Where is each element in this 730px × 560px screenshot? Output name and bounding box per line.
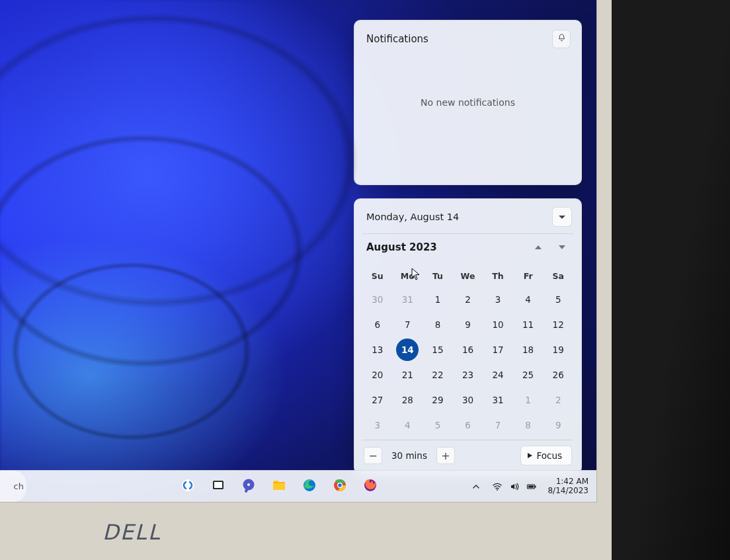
divider [362,440,573,440]
calendar-day[interactable]: 3 [366,414,389,436]
calendar-weekday-header: Tu [423,267,453,286]
wifi-icon [492,481,503,492]
calendar-day[interactable]: 3 [487,288,509,311]
calendar-weekday-header: Su [362,267,393,286]
svg-point-4 [247,483,250,486]
bell-settings-icon [557,33,567,46]
chat-icon [241,477,257,496]
tray-overflow-button[interactable] [471,481,481,492]
svg-rect-2 [214,482,222,488]
focus-duration-stepper: − 30 mins + [364,447,455,464]
calendar-day[interactable]: 5 [547,288,569,311]
calendar-day[interactable]: 2 [456,288,479,311]
taskbar-chat-button[interactable] [236,474,261,499]
focus-start-button[interactable]: Focus [520,446,572,465]
calendar-day[interactable]: 13 [366,339,389,361]
calendar-day[interactable]: 7 [487,414,509,436]
taskbar-edge-button[interactable] [297,474,322,499]
calendar-next-month-button[interactable] [552,238,572,257]
svg-point-3 [243,479,255,490]
calendar-day[interactable]: 1 [426,288,449,311]
notifications-panel: Notifications No new notifications [354,20,582,185]
photo-background: DELL Notifications N [0,0,730,560]
calendar-day-selected[interactable]: 14 [396,339,419,361]
svg-rect-1 [213,481,223,489]
tray-clock[interactable]: 1:42 AM 8/14/2023 [548,477,591,496]
desktop-screen: Notifications No new notifications [0,0,597,502]
calendar-day[interactable]: 22 [426,364,449,386]
calendar-day[interactable]: 29 [426,389,449,411]
svg-point-9 [364,479,376,491]
calendar-day[interactable]: 8 [426,313,449,336]
calendar-day[interactable]: 20 [366,364,389,386]
copilot-icon [180,477,196,496]
calendar-day[interactable]: 9 [547,414,569,436]
calendar-day[interactable]: 9 [456,313,479,336]
calendar-day[interactable]: 12 [547,313,569,336]
focus-button-label: Focus [536,450,562,461]
taskview-icon [210,477,226,496]
focus-duration-label: 30 mins [391,450,427,461]
firefox-icon [362,477,378,496]
taskbar: ch [0,470,596,502]
calendar-day[interactable]: 28 [396,389,419,411]
volume-icon [509,481,520,492]
calendar-day[interactable]: 21 [396,364,419,386]
svg-rect-13 [528,485,534,487]
tray-quick-settings[interactable] [488,481,541,492]
monitor-bezel: DELL Notifications N [0,0,612,560]
calendar-day[interactable]: 24 [487,364,509,386]
calendar-prev-month-button[interactable] [528,238,548,257]
calendar-day[interactable]: 4 [396,414,419,436]
calendar-day[interactable]: 4 [517,288,540,311]
calendar-day[interactable]: 5 [426,414,449,436]
calendar-grid: SuMoTuWeThFrSa30311234567891011121314151… [354,263,581,440]
notifications-empty-text: No new notifications [421,97,515,108]
calendar-weekday-header: We [453,267,483,286]
calendar-day[interactable]: 26 [547,364,569,386]
taskbar-pinned-apps [175,474,383,499]
plus-icon: + [441,450,450,462]
chevron-down-icon [559,216,565,219]
calendar-day[interactable]: 6 [456,414,479,436]
taskbar-explorer-button[interactable] [266,474,292,499]
calendar-day[interactable]: 18 [517,339,540,361]
taskbar-taskview-button[interactable] [206,474,231,499]
calendar-day[interactable]: 2 [547,389,569,411]
monitor-brand-label: DELL [102,520,161,545]
taskbar-chrome-button[interactable] [327,474,352,499]
calendar-day[interactable]: 23 [456,364,479,386]
calendar-day[interactable]: 19 [547,339,569,361]
calendar-day[interactable]: 8 [517,414,540,436]
calendar-day[interactable]: 31 [396,288,419,311]
calendar-day[interactable]: 6 [366,313,389,336]
calendar-day[interactable]: 11 [517,313,540,336]
calendar-day[interactable]: 7 [396,313,419,336]
focus-decrease-button[interactable]: − [364,447,382,464]
svg-point-5 [304,479,315,491]
svg-rect-12 [535,485,536,487]
focus-increase-button[interactable]: + [436,447,455,464]
calendar-day[interactable]: 10 [487,313,509,336]
calendar-day[interactable]: 15 [426,339,449,361]
calendar-day[interactable]: 27 [366,389,389,411]
calendar-day[interactable]: 1 [517,389,540,411]
calendar-day[interactable]: 17 [487,339,509,361]
svg-point-7 [337,483,343,488]
calendar-day[interactable]: 16 [456,339,479,361]
calendar-weekday-header: Th [483,267,513,286]
taskbar-copilot-button[interactable] [175,474,200,499]
taskbar-firefox-button[interactable] [358,474,383,499]
system-tray: 1:42 AM 8/14/2023 [471,471,591,502]
svg-point-8 [338,483,341,487]
play-icon [528,453,532,458]
calendar-day[interactable]: 30 [456,389,479,411]
taskbar-search-fragment[interactable]: ch [0,471,26,502]
calendar-month-year[interactable]: August 2023 [366,241,437,253]
notifications-settings-button[interactable] [552,30,571,48]
calendar-collapse-button[interactable] [552,207,572,227]
calendar-day[interactable]: 25 [517,364,540,386]
edge-icon [302,477,317,496]
calendar-day[interactable]: 30 [366,288,389,311]
calendar-day[interactable]: 31 [487,389,509,411]
